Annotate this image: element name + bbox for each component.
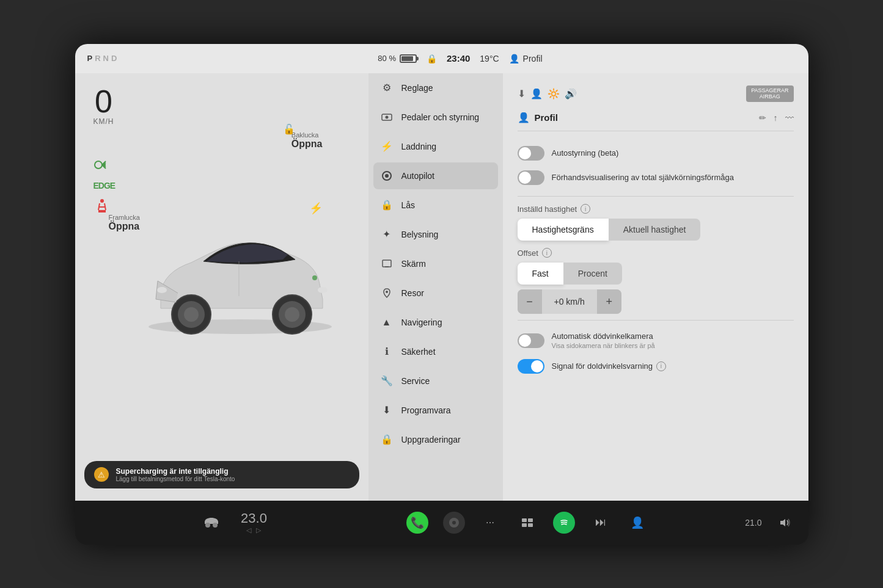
dead-angle-camera-label: Automatisk dödvinkelkamera	[552, 332, 655, 342]
forhandsvisualisering-row: Förhandsvisualisering av total självkörn…	[518, 165, 794, 190]
taskbar-car-icon[interactable]	[200, 512, 222, 534]
install-speed-info-icon[interactable]: i	[581, 204, 590, 214]
svg-point-14	[285, 307, 299, 322]
wifi-icon: 〰	[785, 113, 794, 123]
speed-value: 0	[93, 85, 114, 117]
forhandsvisualisering-toggle[interactable]	[518, 170, 544, 185]
autostyrning-row: Autostyrning (beta)	[518, 141, 794, 165]
offset-info-icon[interactable]: i	[542, 248, 552, 258]
sakerhet-icon: ℹ	[381, 346, 393, 358]
person-icon: 👤	[530, 88, 543, 100]
nav-item-laddning[interactable]: ⚡ Laddning	[368, 132, 503, 161]
nav-item-skarm[interactable]: Skärm	[368, 249, 503, 278]
navigering-label: Navigering	[401, 318, 442, 327]
nav-item-sakerhet[interactable]: ℹ Säkerhet	[368, 337, 503, 366]
battery-percentage: 80 %	[378, 54, 396, 63]
taskbar: 23.0 ◁ ▷ 📞 ⋯	[75, 501, 808, 545]
passenger-airbag-badge: PASSAGERAR AIRBAG	[746, 85, 793, 103]
temp-display: 19°C	[480, 54, 499, 64]
settings-header: ⬇ 👤 🔆 🔊 PASSAGERAR AIRBAG ✕	[518, 85, 794, 103]
nav-item-service[interactable]: 🔧 Service	[368, 366, 503, 396]
lock-icon: 🔒	[427, 54, 437, 64]
nav-item-reglage[interactable]: ⚙ Reglage	[368, 73, 503, 103]
taskbar-left: 23.0 ◁ ▷	[87, 510, 381, 534]
aktuell-hastighet-button[interactable]: Aktuell hastighet	[609, 219, 701, 241]
taskbar-camera-icon[interactable]	[443, 512, 465, 534]
taskbar-spotify-icon[interactable]	[553, 512, 575, 534]
gear-d: D	[111, 54, 117, 63]
battery-fill	[401, 56, 413, 61]
share-icon[interactable]: ↑	[774, 113, 778, 123]
nav-item-belysning[interactable]: ✦ Belysning	[368, 220, 503, 249]
svg-point-26	[213, 523, 218, 528]
install-speed-options: Hastighetsgräns Aktuell hastighet	[518, 219, 794, 241]
uppgraderingar-label: Uppgraderingar	[401, 435, 461, 445]
stepper-decrease[interactable]: −	[518, 289, 542, 314]
nav-panel: ⚙ Reglage Pedaler och styrning ⚡ Laddnin…	[368, 73, 503, 501]
blind-spot-info-icon[interactable]: i	[656, 361, 666, 371]
profile-large-icon: 👤	[518, 112, 530, 123]
gear-n: N	[103, 54, 109, 63]
speedometer: 0 KM/H	[93, 85, 114, 126]
battery-icon	[400, 54, 417, 63]
taskbar-volume-icon[interactable]	[774, 512, 796, 534]
svg-point-24	[386, 291, 388, 293]
nav-item-las[interactable]: 🔒 Lås	[368, 191, 503, 220]
sakerhet-label: Säkerhet	[401, 347, 436, 357]
left-panel: 0 KM/H EDG	[75, 73, 368, 501]
left-indicators: EDGE	[93, 159, 115, 212]
autopilot-label: Autopilot	[401, 171, 434, 181]
dead-angle-camera-toggle[interactable]	[518, 333, 544, 348]
nav-item-uppgraderingar[interactable]: 🔒 Uppgraderingar	[368, 425, 503, 454]
svg-point-15	[318, 287, 328, 293]
reglage-icon: ⚙	[381, 82, 393, 94]
hastighetsgrans-button[interactable]: Hastighetsgräns	[518, 219, 609, 241]
blind-spot-warning-text: Signal för doldvinkelsvarning i	[552, 361, 666, 372]
bottom-speed: 23.0	[241, 510, 267, 526]
taskbar-phone-icon[interactable]: 📞	[406, 512, 428, 534]
tesla-screen: P R N D 80 % 🔒 23:40 19°C 👤 Profil	[75, 44, 808, 545]
skarm-icon	[381, 258, 393, 270]
profile-title: Profil	[535, 112, 558, 123]
blind-spot-warning-toggle[interactable]	[518, 359, 544, 374]
pedaler-label: Pedaler och styrning	[401, 112, 480, 122]
svg-rect-30	[528, 518, 533, 522]
svg-rect-31	[522, 523, 527, 527]
settings-panel: ⬇ 👤 🔆 🔊 PASSAGERAR AIRBAG ✕	[503, 73, 808, 501]
nav-item-pedaler[interactable]: Pedaler och styrning	[368, 103, 503, 132]
header-icons: PASSAGERAR AIRBAG ✕	[746, 85, 793, 103]
nav-item-programvara[interactable]: ⬇ Programvara	[368, 396, 503, 425]
taskbar-grid-icon[interactable]	[516, 512, 538, 534]
volume-value: 21.0	[745, 518, 761, 528]
nav-item-navigering[interactable]: ▲ Navigering	[368, 308, 503, 337]
notification-subtitle: Lägg till betalningsmetod för ditt Tesla…	[116, 476, 235, 482]
gear-indicators: P R N D	[87, 54, 117, 63]
nav-item-autopilot[interactable]: Autopilot	[373, 162, 498, 189]
taskbar-person-icon[interactable]: 👤	[626, 512, 648, 534]
notification-text: Supercharging är inte tillgänglig Lägg t…	[116, 467, 235, 482]
taskbar-dots-icon[interactable]: ⋯	[480, 512, 502, 534]
pedaler-icon	[381, 111, 393, 123]
autostyrning-toggle[interactable]	[518, 146, 544, 161]
profile-section[interactable]: 👤 Profil	[509, 54, 543, 64]
nav-item-resor[interactable]: Resor	[368, 278, 503, 308]
taskbar-skip-icon[interactable]: ⏭	[590, 512, 612, 534]
warning-icon: ⚠	[94, 467, 109, 482]
reglage-label: Reglage	[401, 83, 433, 93]
gear-p: P	[87, 54, 93, 63]
svg-point-28	[452, 521, 456, 524]
svg-rect-22	[383, 260, 391, 267]
stepper-increase[interactable]: +	[597, 289, 621, 314]
offset-stepper: − +0 km/h +	[518, 289, 621, 314]
dead-angle-camera-row: Automatisk dödvinkelkamera Visa sidokame…	[518, 327, 794, 354]
fast-button[interactable]: Fast	[518, 263, 563, 285]
laddning-label: Laddning	[401, 142, 437, 151]
edit-profile-icon[interactable]: ✏	[759, 113, 766, 123]
divider-2	[518, 320, 794, 321]
speed-unit: KM/H	[93, 117, 114, 126]
blind-spot-warning-label: Signal för doldvinkelsvarning	[552, 361, 653, 372]
procent-button[interactable]: Procent	[563, 263, 622, 285]
bottom-speed-sub: ◁ ▷	[241, 526, 267, 534]
autostyrning-label: Autostyrning (beta)	[552, 148, 619, 159]
taskbar-center: 📞 ⋯	[381, 512, 674, 534]
